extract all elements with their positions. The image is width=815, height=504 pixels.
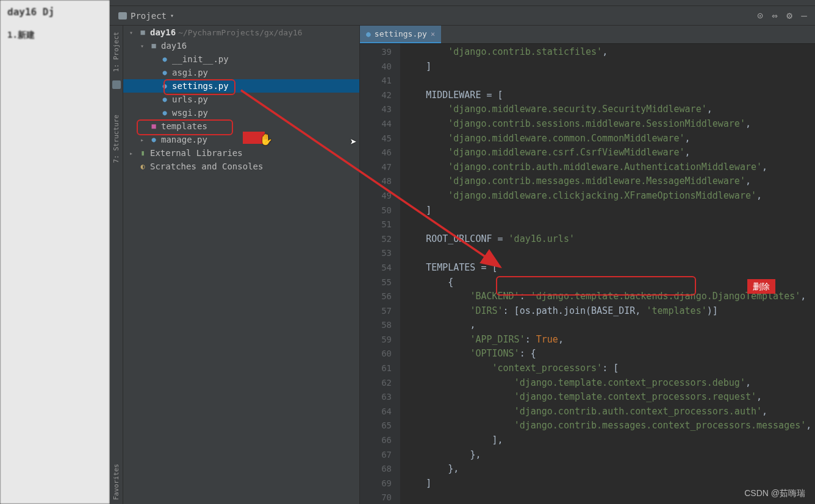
folder-icon: ■ [138,28,148,37]
project-toolbar: Project ▾ ⊙ ⇔ ⚙ — [110,6,815,26]
tab-settings[interactable]: ● settings.py × [360,26,441,43]
locate-icon[interactable]: ⊙ [753,9,767,23]
python-file-icon: ● [160,95,170,104]
tree-app-folder[interactable]: ▾ ■ day16 [123,39,359,52]
tree-file-label: asgi.py [172,68,208,77]
bg-title: day16 Dj [7,6,102,18]
tree-file-wsgi[interactable]: ● wsgi.py [123,106,359,119]
tree-file-init[interactable]: ● __init__.py [123,52,359,66]
project-label-text: Project [131,11,167,21]
watermark: CSDN @茹嗨瑞 [744,488,805,499]
main-area: 1: Project 7: Structure Favorites ▾ ■ da… [110,26,815,504]
tree-file-label: settings.py [172,81,229,91]
rail-structure[interactable]: 7: Structure [111,111,121,166]
ide-window: Project ▾ ⊙ ⇔ ⚙ — 1: Project 7: Structur… [110,0,815,504]
tree-scratches-label: Scratches and Consoles [150,161,263,171]
line-number-gutter: 3940414243444546474849505152535455565758… [360,44,400,504]
tree-root[interactable]: ▾ ■ day16 ~/PycharmProjects/gx/day16 [123,26,359,39]
tree-file-label: wsgi.py [172,108,208,118]
project-dropdown[interactable]: Project ▾ [113,9,179,23]
tree-root-label: day16 [150,27,176,37]
rail-square-icon [112,80,121,89]
tree-file-urls[interactable]: ● urls.py [123,93,359,106]
folder-icon [118,12,127,20]
python-file-icon: ● [160,55,170,63]
editor-body[interactable]: 3940414243444546474849505152535455565758… [360,44,815,504]
python-file-icon: ● [160,82,170,90]
tree-file-label: urls.py [172,94,208,104]
tree-scratches[interactable]: ◐ Scratches and Consoles [123,160,359,173]
rail-favorites[interactable]: Favorites [111,460,121,504]
tree-file-settings[interactable]: ● settings.py [123,79,359,93]
python-file-icon: ● [149,135,159,144]
close-icon[interactable]: × [431,30,435,38]
tree-root-path: ~/PycharmProjects/gx/day16 [178,28,303,37]
editor-tabs: ● settings.py × [360,26,815,44]
bg-section: 1.新建 [7,30,102,41]
folder-icon: ■ [149,41,159,50]
project-tree[interactable]: ▾ ■ day16 ~/PycharmProjects/gx/day16 ▾ ■… [123,26,360,504]
background-page: day16 Dj 1.新建 [0,0,110,504]
editor-area: ● settings.py × 394041424344454647484950… [360,26,815,504]
tool-rail: 1: Project 7: Structure Favorites [110,26,123,504]
tree-file-asgi[interactable]: ● asgi.py [123,66,359,79]
rail-project[interactable]: 1: Project [111,28,121,76]
templates-folder-icon: ■ [149,122,159,130]
tree-templates-folder[interactable]: ■ templates [123,119,359,133]
tree-app-label: day16 [161,41,187,51]
tree-file-manage[interactable]: ▸ ● manage.py [123,133,359,146]
tree-external-label: External Libraries [150,148,243,158]
tree-file-label: __init__.py [172,54,229,64]
tab-label: settings.py [375,29,427,38]
tree-external-libraries[interactable]: ▸ ▮ External Libraries [123,146,359,160]
python-file-icon: ● [160,68,170,77]
library-icon: ▮ [138,149,148,157]
python-file-icon: ● [366,29,371,38]
python-file-icon: ● [160,108,170,117]
scratches-icon: ◐ [138,162,148,171]
collapse-icon[interactable]: ⇔ [767,9,782,23]
breadcrumb [110,0,815,6]
tree-templates-label: templates [161,121,207,131]
code-content[interactable]: 'django.contrib.staticfiles', ] MIDDLEWA… [400,44,815,504]
chevron-down-icon: ▾ [170,12,174,19]
tree-file-label: manage.py [161,135,207,144]
gear-icon[interactable]: ⚙ [782,9,797,23]
hide-icon[interactable]: — [797,9,811,23]
